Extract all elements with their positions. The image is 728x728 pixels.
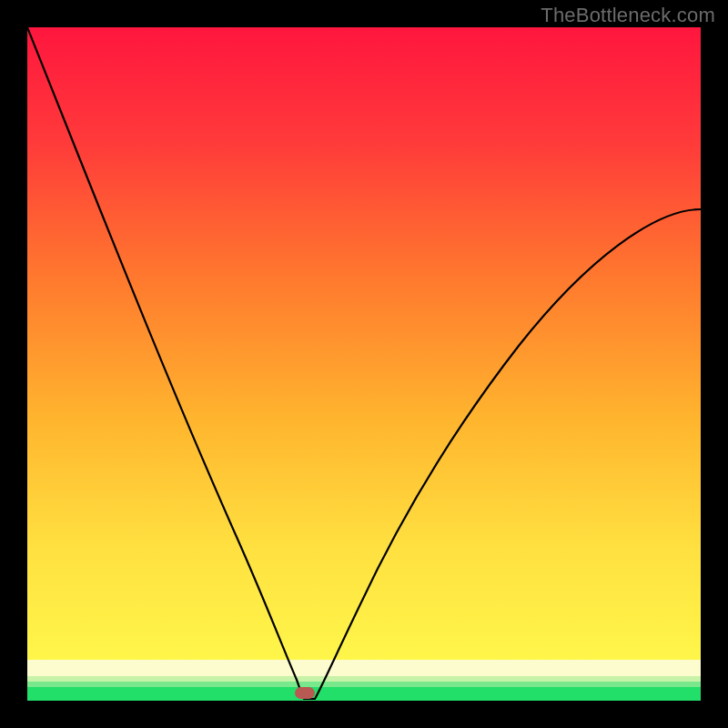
chart-svg [27, 27, 701, 701]
band-midgreen [27, 682, 701, 687]
band-palegreen [27, 676, 701, 682]
chart-frame: TheBottleneck.com [0, 0, 728, 728]
gradient-background [27, 27, 701, 660]
band-paleyellow [27, 660, 701, 676]
optimum-marker [295, 687, 315, 699]
watermark-text: TheBottleneck.com [541, 4, 715, 27]
band-green [27, 687, 701, 701]
bottleneck-chart [27, 27, 701, 701]
